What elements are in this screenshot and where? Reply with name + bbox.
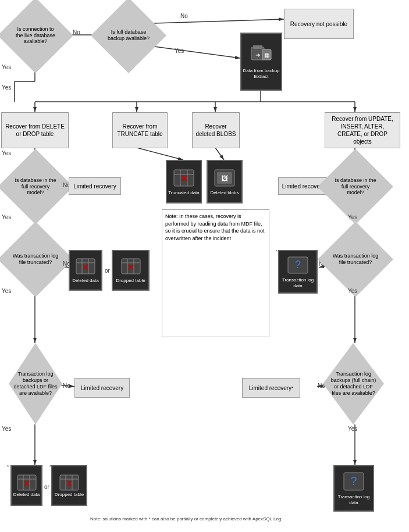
dropped-table-icon: ✕ Dropped table [112,250,150,291]
recover-delete: Recover from DELETE or DROP table [1,112,69,148]
truncated-data-icon: ✕ Truncated data [166,160,202,203]
deleted-data-bottom: ✕ Deleted data [10,465,42,506]
txlog-data-bottom: ? Transaction log data [333,465,374,512]
backup-label: Data from backup Extract [243,68,280,79]
data-from-backup: ➜ ▦ Data from backup Extract [240,33,282,91]
svg-text:✕: ✕ [23,479,30,488]
recover-update: Recover from UPDATE, INSERT, ALTER, CREA… [325,112,400,148]
svg-text:▦: ▦ [264,52,269,58]
yes-label-left-db: Yes [2,214,11,220]
table-truncated-icon: ✕ [173,169,194,190]
limited-recovery-bottom-right: Limited recovery * [242,378,300,398]
db-fullrecovery-left: Is database in the full recovery model? [9,160,62,213]
dropped-table-bottom: ✕ Dropped table [51,465,87,506]
diagram: Is connection to the live database avali… [0,0,409,532]
svg-line-17 [137,148,183,160]
footer-note: Note: solutions marked with * can also b… [90,516,281,522]
recover-truncate: Recover from TRUNCATE table [112,112,168,148]
no-label-backups-left: No [63,383,70,389]
svg-text:✕: ✕ [66,479,73,488]
dropped-table-icon-img: ✕ [121,258,141,278]
txlog-truncated-right: Was transaction log file truncated? [329,233,382,286]
yes-label-conn2: Yes [2,84,11,91]
blobs-icon: 🖼 [214,169,235,190]
svg-text:✕: ✕ [82,263,89,272]
yes-label-conn: Yes [2,64,11,70]
yes-label-backups-right: Yes [348,426,357,432]
txlog-icon: ? [287,256,308,277]
yes-label-right-db: Yes [348,214,357,220]
svg-line-2 [154,19,284,23]
recover-blobs: Recover deleted BLOBS [192,112,240,148]
svg-text:?: ? [350,474,357,487]
dropped-table-icon-bottom: ✕ [59,474,79,492]
connection-diamond: Is connection to the live database avali… [9,9,62,62]
asterisk-2: * [291,385,293,391]
svg-text:✕: ✕ [127,263,134,272]
txlog-backups-right: Transaction log backups (full chain) or … [323,343,384,424]
svg-rect-31 [253,45,262,49]
txlog-backups-left: Transaction log backups or detached LDF … [9,343,62,424]
svg-text:🖼: 🖼 [221,174,228,183]
svg-line-18 [215,148,224,160]
note-box: Note: In these cases, recovery is perfor… [162,209,269,337]
txlog-icon-bottom: ? [343,472,364,494]
svg-text:✕: ✕ [180,174,188,184]
yes-label-1: Yes [175,48,184,54]
no-label-2: No [180,13,188,19]
txlog-truncated-left: Was transaction log file truncated? [9,233,62,286]
limited-recovery-bottom-left: Limited recovery [74,378,130,398]
yes-label-txlog-left: Yes [2,288,11,294]
asterisk-txlog: * [276,249,278,254]
svg-text:➜: ➜ [255,52,260,58]
deleted-blobs-icon: 🖼 Deleted blobs [207,160,243,203]
txlog-data-icon: ? Transaction log data [278,250,318,294]
yes-label-txlog-right: Yes [348,288,357,294]
limited-recovery-top-left: Limited recovery [69,177,121,195]
no-label-1: No [73,29,80,35]
deleted-data-icon-bottom: ✕ [17,474,37,492]
svg-line-3 [154,47,240,58]
or-label-bottom: or [44,484,49,490]
asterisk-deleted-bottom: * [7,464,9,469]
svg-text:?: ? [295,259,301,270]
yes-label-del: Yes [2,150,11,156]
recovery-not-possible: Recovery not possible [284,9,354,39]
deleted-table-icon: ✕ [76,258,95,278]
deleted-data-icon: ✕ Deleted data [69,250,102,291]
db-fullrecovery-right: Is database in the full recovery model? [329,160,382,213]
or-label-1: or [105,267,110,274]
fullbackup-diamond: Is full database backup avaliable? [102,9,155,62]
yes-label-backups-left: Yes [2,426,11,432]
backup-icon: ➜ ▦ [251,45,272,66]
